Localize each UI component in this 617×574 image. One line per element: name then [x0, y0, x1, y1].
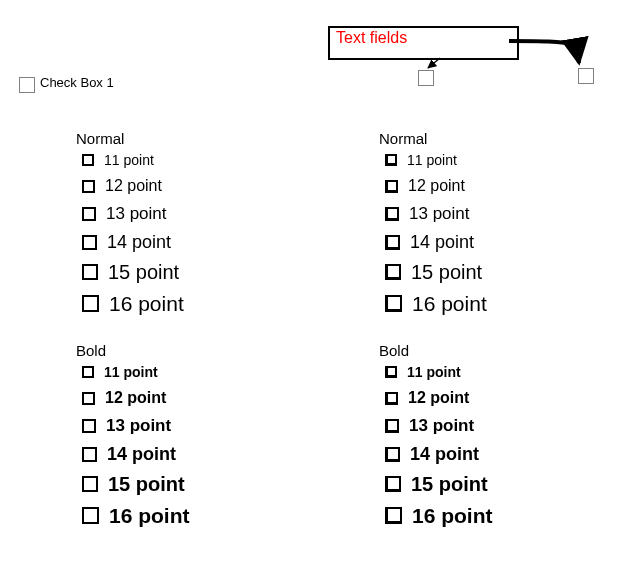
checkbox-label: 15 point — [108, 474, 185, 494]
group-right-normal: Normal 11 point 12 point 13 point 14 poi… — [373, 130, 573, 314]
text-field-checkbox-a[interactable] — [418, 70, 434, 86]
checkbox-label: 13 point — [409, 417, 474, 434]
checkbox-normal-15[interactable] — [82, 264, 98, 280]
checkbox-bold-16[interactable] — [82, 507, 99, 524]
checkbox-label: 12 point — [408, 390, 469, 406]
checkbox-label: 13 point — [409, 205, 470, 222]
checkbox-1-label: Check Box 1 — [40, 75, 114, 90]
checkbox-label: 14 point — [107, 445, 176, 463]
checkbox-label: 13 point — [106, 417, 171, 434]
checkbox-label: 11 point — [407, 153, 457, 167]
checkbox-shadow-bold-15[interactable] — [385, 476, 401, 492]
checkbox-label: 12 point — [105, 178, 162, 194]
checkbox-normal-11[interactable] — [82, 154, 94, 166]
checkbox-bold-15[interactable] — [82, 476, 98, 492]
checkbox-shadow-normal-15[interactable] — [385, 264, 401, 280]
checkbox-label: 15 point — [411, 262, 482, 282]
checkbox-bold-12[interactable] — [82, 392, 95, 405]
group-title: Normal — [379, 130, 573, 147]
checkbox-label: 14 point — [107, 233, 171, 251]
checkbox-label: 11 point — [407, 365, 461, 379]
checkbox-label: 12 point — [408, 178, 465, 194]
checkbox-label: 11 point — [104, 365, 158, 379]
checkbox-shadow-bold-12[interactable] — [385, 392, 398, 405]
group-left-bold: Bold 11 point 12 point 13 point 14 point… — [70, 342, 270, 526]
checkbox-label: 16 point — [109, 293, 184, 314]
checkbox-bold-13[interactable] — [82, 419, 96, 433]
checkbox-bold-14[interactable] — [82, 447, 97, 462]
checkbox-shadow-bold-16[interactable] — [385, 507, 402, 524]
group-title: Normal — [76, 130, 270, 147]
checkbox-label: 16 point — [412, 505, 493, 526]
checkbox-shadow-bold-14[interactable] — [385, 447, 400, 462]
callout-text-fields: Text fields — [328, 26, 519, 60]
checkbox-shadow-normal-13[interactable] — [385, 207, 399, 221]
checkbox-shadow-normal-11[interactable] — [385, 154, 397, 166]
group-left-normal: Normal 11 point 12 point 13 point 14 poi… — [70, 130, 270, 314]
checkbox-label: 15 point — [108, 262, 179, 282]
callout-label: Text fields — [336, 29, 407, 46]
group-right-bold: Bold 11 point 12 point 13 point 14 point… — [373, 342, 573, 526]
checkbox-label: 16 point — [109, 505, 190, 526]
checkbox-label: 13 point — [106, 205, 167, 222]
checkbox-shadow-bold-13[interactable] — [385, 419, 399, 433]
checkbox-bold-11[interactable] — [82, 366, 94, 378]
checkbox-normal-12[interactable] — [82, 180, 95, 193]
checkbox-label: 16 point — [412, 293, 487, 314]
checkbox-normal-13[interactable] — [82, 207, 96, 221]
checkbox-label: 15 point — [411, 474, 488, 494]
checkbox-shadow-bold-11[interactable] — [385, 366, 397, 378]
checkbox-label: 11 point — [104, 153, 154, 167]
checkbox-label: 12 point — [105, 390, 166, 406]
checkbox-normal-14[interactable] — [82, 235, 97, 250]
group-title: Bold — [379, 342, 573, 359]
checkbox-shadow-normal-12[interactable] — [385, 180, 398, 193]
checkbox-shadow-normal-16[interactable] — [385, 295, 402, 312]
checkbox-label: 14 point — [410, 445, 479, 463]
checkbox-normal-16[interactable] — [82, 295, 99, 312]
group-title: Bold — [76, 342, 270, 359]
checkbox-1[interactable] — [19, 77, 35, 93]
text-field-checkbox-b[interactable] — [578, 68, 594, 84]
checkbox-shadow-normal-14[interactable] — [385, 235, 400, 250]
checkbox-label: 14 point — [410, 233, 474, 251]
